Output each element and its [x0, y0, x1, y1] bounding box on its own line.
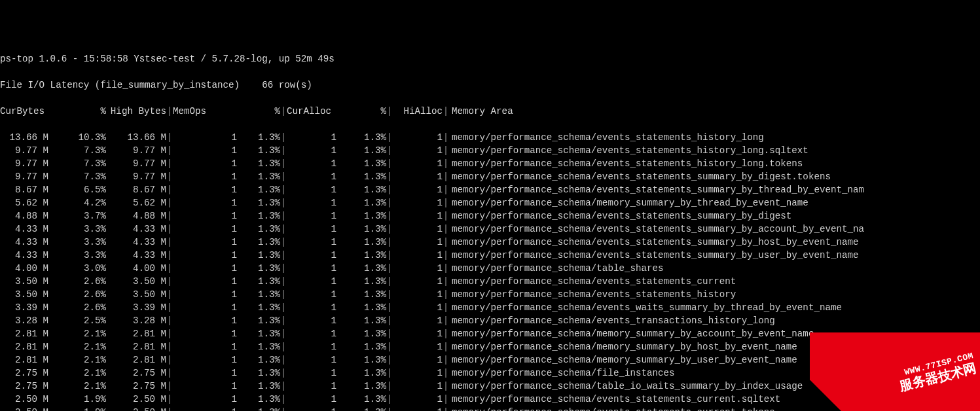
- cell-highbytes: 2.81 M: [106, 327, 166, 340]
- cell-memarea: memory/performance_schema/memory_summary…: [449, 327, 814, 340]
- separator: |: [166, 340, 173, 353]
- separator: |: [443, 288, 449, 301]
- separator: |: [166, 209, 173, 223]
- cell-curalloc: 1: [287, 353, 336, 366]
- col-memops: MemOps: [173, 105, 237, 118]
- separator: |: [386, 314, 393, 327]
- separator: |: [166, 406, 173, 411]
- separator: |: [280, 144, 287, 157]
- cell-pct3: 1.3%: [336, 301, 386, 314]
- separator: |: [166, 366, 173, 380]
- column-headers: CurBytes % High Bytes | MemOps % | CurAl…: [0, 105, 980, 118]
- cell-highbytes: 4.33 M: [106, 223, 166, 236]
- cell-pct3: 1.3%: [336, 249, 386, 262]
- separator: |: [280, 262, 287, 275]
- cell-memarea: memory/performance_schema/file_instances: [449, 366, 675, 380]
- cell-pct1: 4.2%: [48, 196, 106, 209]
- cell-hialloc: 1: [393, 301, 443, 314]
- separator: |: [386, 144, 393, 157]
- cell-memops: 1: [173, 275, 237, 288]
- cell-memops: 1: [173, 262, 237, 275]
- cell-curbytes: 3.50 M: [0, 288, 48, 301]
- table-row: 3.50 M2.6%3.50 M|11.3%|11.3%|1|memory/pe…: [0, 288, 980, 301]
- separator: |: [280, 406, 287, 411]
- cell-pct3: 1.3%: [336, 170, 386, 183]
- cell-curbytes: 2.81 M: [0, 340, 48, 353]
- separator: |: [280, 301, 287, 314]
- table-row: 4.00 M3.0%4.00 M|11.3%|11.3%|1|memory/pe…: [0, 262, 980, 275]
- cell-hialloc: 1: [393, 196, 443, 209]
- cell-highbytes: 3.39 M: [106, 301, 166, 314]
- cell-pct2: 1.3%: [237, 301, 280, 314]
- cell-curbytes: 2.75 M: [0, 366, 48, 380]
- cell-pct2: 1.3%: [237, 131, 280, 144]
- separator: |: [166, 144, 173, 157]
- cell-pct3: 1.3%: [336, 131, 386, 144]
- cell-pct3: 1.3%: [336, 393, 386, 406]
- cell-curalloc: 1: [287, 131, 336, 144]
- cell-memops: 1: [173, 314, 237, 327]
- cell-memops: 1: [173, 327, 237, 340]
- separator: |: [280, 314, 287, 327]
- separator: |: [166, 288, 173, 301]
- separator: |: [443, 209, 449, 223]
- cell-pct3: 1.3%: [336, 183, 386, 196]
- cell-pct1: 2.1%: [48, 340, 106, 353]
- cell-curalloc: 1: [287, 393, 336, 406]
- separator: |: [443, 327, 449, 340]
- separator: |: [280, 249, 287, 262]
- separator: |: [166, 183, 173, 196]
- separator: |: [443, 262, 449, 275]
- cell-hialloc: 1: [393, 327, 443, 340]
- cell-pct3: 1.3%: [336, 209, 386, 223]
- separator: |: [280, 170, 287, 183]
- separator: |: [166, 170, 173, 183]
- separator: |: [280, 157, 287, 170]
- cell-highbytes: 5.62 M: [106, 196, 166, 209]
- cell-curbytes: 4.33 M: [0, 236, 48, 249]
- separator: |: [166, 236, 173, 249]
- cell-curalloc: 1: [287, 288, 336, 301]
- cell-highbytes: 2.81 M: [106, 353, 166, 366]
- cell-pct1: 2.1%: [48, 353, 106, 366]
- separator: |: [280, 183, 287, 196]
- separator: |: [166, 393, 173, 406]
- cell-memarea: memory/performance_schema/events_waits_s…: [449, 301, 842, 314]
- cell-pct2: 1.3%: [237, 157, 280, 170]
- separator: |: [280, 209, 287, 223]
- separator: |: [166, 353, 173, 366]
- cell-curbytes: 3.39 M: [0, 301, 48, 314]
- cell-pct3: 1.3%: [336, 366, 386, 380]
- cell-curbytes: 4.33 M: [0, 223, 48, 236]
- cell-pct2: 1.3%: [237, 275, 280, 288]
- cell-curbytes: 2.50 M: [0, 393, 48, 406]
- cell-highbytes: 8.67 M: [106, 183, 166, 196]
- cell-memarea: memory/performance_schema/events_stateme…: [449, 223, 864, 236]
- cell-memops: 1: [173, 366, 237, 380]
- separator: |: [280, 196, 287, 209]
- cell-pct2: 1.3%: [237, 170, 280, 183]
- table-row: 2.81 M2.1%2.81 M|11.3%|11.3%|1|memory/pe…: [0, 353, 980, 366]
- cell-pct2: 1.3%: [237, 314, 280, 327]
- cell-highbytes: 4.88 M: [106, 209, 166, 223]
- cell-memops: 1: [173, 288, 237, 301]
- cell-hialloc: 1: [393, 131, 443, 144]
- cell-hialloc: 1: [393, 393, 443, 406]
- separator: |: [166, 262, 173, 275]
- separator: |: [386, 183, 393, 196]
- cell-pct2: 1.3%: [237, 288, 280, 301]
- separator: |: [386, 275, 393, 288]
- cell-highbytes: 3.28 M: [106, 314, 166, 327]
- table-row: 4.33 M3.3%4.33 M|11.3%|11.3%|1|memory/pe…: [0, 236, 980, 249]
- separator: |: [386, 170, 393, 183]
- cell-pct2: 1.3%: [237, 393, 280, 406]
- cell-pct1: 3.7%: [48, 209, 106, 223]
- cell-pct2: 1.3%: [237, 144, 280, 157]
- cell-curbytes: 2.81 M: [0, 353, 48, 366]
- col-pct3: %: [336, 105, 386, 118]
- cell-curbytes: 9.77 M: [0, 144, 48, 157]
- cell-memops: 1: [173, 223, 237, 236]
- table-row: 2.75 M2.1%2.75 M|11.3%|11.3%|1|memory/pe…: [0, 380, 980, 393]
- table-row: 5.62 M4.2%5.62 M|11.3%|11.3%|1|memory/pe…: [0, 196, 980, 209]
- separator: |: [386, 340, 393, 353]
